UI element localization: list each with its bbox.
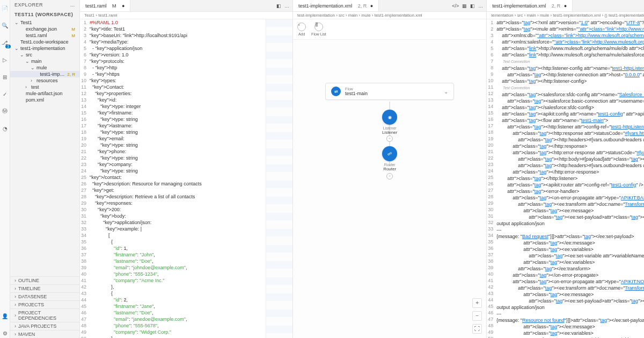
tree-item[interactable]: test1-implementatio...2, R bbox=[10, 71, 79, 77]
minimap[interactable] bbox=[266, 19, 292, 338]
tree-item[interactable]: ›resources bbox=[10, 77, 79, 84]
sidebar-section[interactable]: ›MAVEN bbox=[10, 330, 79, 338]
zoom-in-button[interactable]: + bbox=[472, 298, 482, 308]
account-icon[interactable]: 👤 bbox=[0, 311, 10, 321]
more-icon[interactable]: … bbox=[70, 2, 76, 8]
sidebar-section[interactable]: ›JAVA PROJECTS bbox=[10, 322, 79, 330]
tabs-flow: test1-implementation.xml 2, R ● </> ▦ ◧ … bbox=[293, 0, 486, 12]
split-icon[interactable]: ◧ bbox=[470, 3, 475, 9]
workspace-title[interactable]: TEST11 (WORKSPACE) bbox=[10, 10, 79, 19]
test-icon[interactable]: ✓ bbox=[0, 89, 10, 99]
chevron-down-icon[interactable]: ⌄ bbox=[444, 89, 448, 95]
flow-node-listener[interactable]: ◉ Listener Listener bbox=[375, 110, 404, 135]
breadcrumb-raml[interactable]: Test1 › test1.raml bbox=[80, 12, 292, 19]
editor-group: test1.raml M ● ◧… Test1 › test1.raml 123… bbox=[80, 0, 644, 338]
tree-item[interactable]: ⌄Test1 bbox=[10, 19, 79, 26]
breadcrumb-flow[interactable]: test-implementation › src › main › mule … bbox=[293, 12, 486, 19]
sidebar-section[interactable]: ›PROJECTS bbox=[10, 300, 79, 308]
sidebar-header: EXPLORER… bbox=[10, 0, 79, 10]
flow-header[interactable]: ⇄ Flow test1-main ⌄ bbox=[325, 83, 454, 100]
tree-item[interactable]: pom.xml bbox=[10, 97, 79, 103]
tab-xml[interactable]: test1-implementation.xml 2, R ● bbox=[487, 0, 573, 11]
flow-toolbar: +Add ≣Flow List bbox=[293, 19, 486, 40]
extensions-icon[interactable]: ⊞ bbox=[0, 72, 10, 82]
flow-add-button[interactable]: +Add bbox=[297, 23, 306, 36]
flow-canvas[interactable]: ⇄ Flow test1-main ⌄ ◉ Listener Listener … bbox=[293, 40, 486, 338]
zoom-controls: + − ⛶ bbox=[472, 298, 482, 334]
tree-item[interactable]: ⌄main bbox=[10, 58, 79, 64]
split-icon[interactable]: ◧ bbox=[276, 3, 281, 9]
generic-icon[interactable]: ◔ bbox=[0, 124, 10, 133]
file-tree: ⌄Test1exchange.jsonMtest1.ramlMTest1.cod… bbox=[10, 19, 79, 276]
mule-icon[interactable]: Ⓜ bbox=[0, 106, 10, 116]
flow-list-button[interactable]: ≣Flow List bbox=[311, 23, 326, 36]
scm-icon[interactable]: ⎇3 bbox=[0, 38, 10, 47]
tree-item[interactable]: ⌄mule bbox=[10, 64, 79, 71]
gutter: 1234567891011121314151617181920212223242… bbox=[80, 19, 90, 338]
tab-test1-raml[interactable]: test1.raml M ● bbox=[80, 0, 130, 11]
more-icon[interactable]: … bbox=[284, 3, 289, 9]
tree-item[interactable]: test1.ramlM bbox=[10, 32, 79, 39]
breadcrumb-xml[interactable]: lementation › src › main › mule › test1-… bbox=[487, 12, 644, 19]
debug-icon[interactable]: ▷ bbox=[0, 55, 10, 64]
sidebar-section[interactable]: ›PROJECT DEPENDENCIES bbox=[10, 308, 79, 322]
tabs-xml: test1-implementation.xml 2, R ● ◧… bbox=[487, 0, 644, 12]
tree-item[interactable]: Test1.code-workspace bbox=[10, 39, 79, 45]
tab-flow[interactable]: test1-implementation.xml 2, R ● bbox=[293, 0, 379, 11]
tree-item[interactable]: ›test bbox=[10, 84, 79, 90]
search-icon[interactable]: 🔍 bbox=[0, 20, 10, 30]
sidebar-section[interactable]: ›OUTLINE bbox=[10, 276, 79, 284]
flow-node-router[interactable]: ☍ Router Router bbox=[375, 146, 404, 171]
gutter: 1234567891011121314151617181920212223242… bbox=[487, 19, 496, 338]
code-raml[interactable]: #%RAML 1.0"key">title: Test1"key">baseUr… bbox=[90, 19, 266, 338]
sidebar-section[interactable]: ›DATASENSE bbox=[10, 292, 79, 300]
more-icon[interactable]: … bbox=[478, 3, 483, 9]
code-icon[interactable]: </> bbox=[452, 3, 459, 9]
tree-item[interactable]: exchange.jsonM bbox=[10, 26, 79, 32]
sidebar-section[interactable]: ›TIMELINE bbox=[10, 284, 79, 292]
zoom-fit-button[interactable]: ⛶ bbox=[472, 324, 482, 334]
editor-flow: test1-implementation.xml 2, R ● </> ▦ ◧ … bbox=[293, 0, 487, 338]
flow-add-node[interactable]: + bbox=[386, 135, 393, 142]
tree-item[interactable]: ⌄test1-implementation bbox=[10, 45, 79, 52]
panel-icon[interactable]: ▦ bbox=[462, 3, 467, 9]
flow-add-node[interactable]: + bbox=[386, 173, 393, 179]
sidebar: EXPLORER… TEST11 (WORKSPACE) ⌄Test1excha… bbox=[10, 0, 80, 338]
editor-raml: test1.raml M ● ◧… Test1 › test1.raml 123… bbox=[80, 0, 293, 338]
code-xml[interactable]: attr">class="tag"><?xml attr">version="1… bbox=[496, 19, 644, 338]
flow-icon: ⇄ bbox=[331, 87, 341, 96]
tree-item[interactable]: ⌄src bbox=[10, 52, 79, 58]
zoom-out-button[interactable]: − bbox=[472, 311, 482, 321]
tree-item[interactable]: mule-artifact.json bbox=[10, 90, 79, 97]
activity-bar: 📄 🔍 ⎇3 ▷ ⊞ ✓ Ⓜ ◔ 👤 ⚙ bbox=[0, 0, 10, 338]
editor-xml: test1-implementation.xml 2, R ● ◧… lemen… bbox=[487, 0, 644, 338]
tabs-raml: test1.raml M ● ◧… bbox=[80, 0, 292, 12]
explorer-icon[interactable]: 📄 bbox=[0, 3, 10, 13]
gear-icon[interactable]: ⚙ bbox=[0, 328, 10, 338]
